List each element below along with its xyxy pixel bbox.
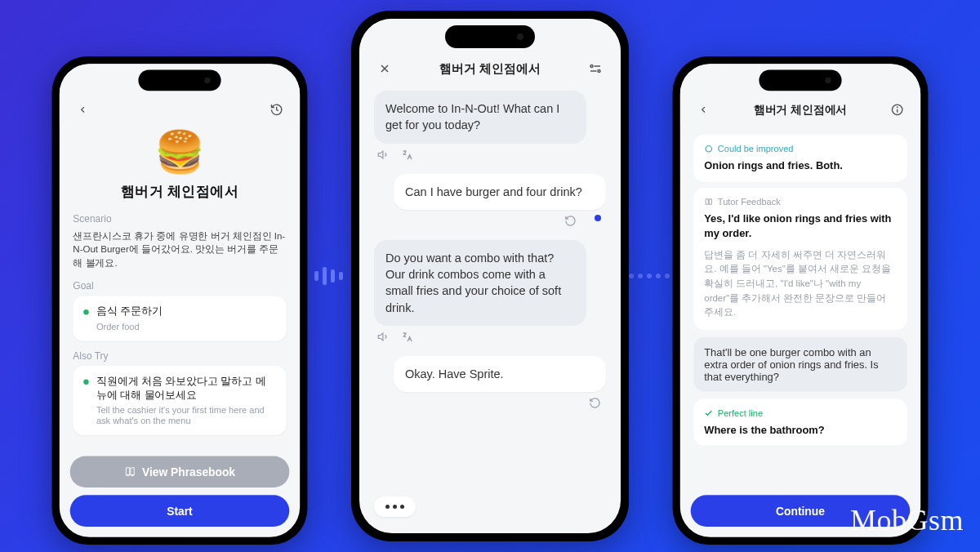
phone-scenario: 🍔 햄버거 체인점에서 Scenario 샌프란시스코 휴가 중에 유명한 버거…	[52, 56, 308, 545]
bot-message: Welcome to In-N-Out! What can I get for …	[374, 91, 586, 144]
phone-feedback: 햄버거 체인점에서 Could be improved Onion rings …	[673, 56, 929, 545]
circle-icon	[704, 145, 713, 154]
goal-en: Order food	[96, 322, 163, 332]
speaker-icon[interactable]	[377, 149, 390, 161]
also-try-en: Tell the cashier it's your first time he…	[96, 405, 276, 426]
start-button[interactable]: Start	[70, 495, 290, 527]
continue-label: Continue	[776, 505, 825, 518]
goal-label: Goal	[73, 281, 286, 292]
user-message: Okay. Have Sprite.	[394, 356, 606, 392]
also-try-ko: 직원에게 처음 와보았다고 말하고 메뉴에 대해 물어보세요	[96, 375, 276, 402]
phrasebook-button[interactable]: View Phrasebook	[70, 456, 290, 487]
phone-notch	[759, 70, 841, 91]
perfect-label: Perfect line	[704, 407, 897, 418]
feedback-card-tutor: Tutor Feedback Yes, I'd like onion rings…	[693, 188, 906, 330]
goal-card: 음식 주문하기 Order food	[73, 296, 286, 341]
feedback-dot[interactable]	[595, 215, 601, 221]
phone-notch	[138, 70, 220, 91]
feedback-card-improve: Could be improved Onion rings and fries.…	[693, 135, 906, 182]
check-icon	[704, 408, 713, 417]
audio-wave-decoration	[314, 267, 343, 285]
perfect-text: Where is the bathroom?	[704, 423, 897, 437]
tutor-explanation: 답변을 좀 더 자세히 써주면 더 자연스러워요. 예를 들어 "Yes"를 붙…	[704, 247, 897, 320]
also-try-label: Also Try	[73, 350, 286, 362]
burger-emoji: 🍔	[73, 128, 286, 176]
feedback-title: 햄버거 체인점에서	[754, 103, 847, 117]
back-icon[interactable]	[74, 101, 91, 118]
retry-icon[interactable]	[589, 397, 601, 409]
svg-marker-7	[378, 333, 383, 341]
speaker-icon[interactable]	[377, 331, 390, 343]
retry-icon[interactable]	[564, 215, 577, 227]
scenario-label: Scenario	[73, 213, 286, 225]
message-actions	[377, 331, 603, 343]
chat-title: 햄버거 체인점에서	[439, 61, 541, 77]
history-icon[interactable]	[269, 101, 285, 118]
goal-ko: 음식 주문하기	[96, 305, 163, 319]
translate-icon[interactable]	[401, 331, 413, 343]
phrasebook-label: View Phrasebook	[142, 465, 235, 479]
settings-icon[interactable]	[586, 60, 604, 78]
scenario-title: 햄버거 체인점에서	[73, 182, 286, 202]
book-icon	[124, 465, 136, 478]
tutor-label: Tutor Feedback	[704, 197, 897, 207]
message-actions	[377, 215, 601, 227]
bot-message: Do you want a combo with that? Our drink…	[374, 240, 586, 326]
svg-point-11	[706, 145, 711, 151]
phone-chat: 햄버거 체인점에서 Welcome to In-N-Out! What can …	[351, 11, 629, 541]
start-label: Start	[167, 505, 192, 518]
bullet-dot	[83, 380, 88, 385]
message-actions	[377, 149, 603, 161]
tutor-text: Yes, I'd like onion rings and fries with…	[704, 211, 897, 240]
back-icon[interactable]	[695, 101, 711, 118]
bullet-dot	[83, 309, 88, 314]
phone-notch	[445, 25, 535, 48]
user-message: Can I have burger and four drink?	[394, 174, 606, 210]
svg-marker-6	[378, 151, 383, 158]
svg-point-4	[598, 70, 600, 73]
also-try-card: 직원에게 처음 와보았다고 말하고 메뉴에 대해 물어보세요 Tell the …	[73, 366, 286, 435]
typing-indicator[interactable]	[374, 496, 416, 517]
improve-label: Could be improved	[704, 144, 897, 154]
translate-icon[interactable]	[401, 149, 413, 161]
book-icon	[704, 198, 713, 207]
connection-dots-decoration	[629, 274, 670, 278]
message-actions	[377, 397, 601, 409]
improve-text: Onion rings and fries. Both.	[704, 158, 897, 172]
close-icon[interactable]	[376, 60, 394, 78]
info-icon[interactable]	[889, 101, 906, 118]
svg-point-2	[590, 65, 593, 68]
feedback-card-perfect: Perfect line Where is the bathroom?	[693, 398, 906, 446]
scenario-text: 샌프란시스코 휴가 중에 유명한 버거 체인점인 In-N-Out Burger…	[73, 229, 286, 270]
bot-reply: That'll be one burger combo with an extr…	[693, 337, 906, 391]
watermark: MobGsm	[850, 503, 964, 537]
svg-point-10	[897, 107, 898, 108]
